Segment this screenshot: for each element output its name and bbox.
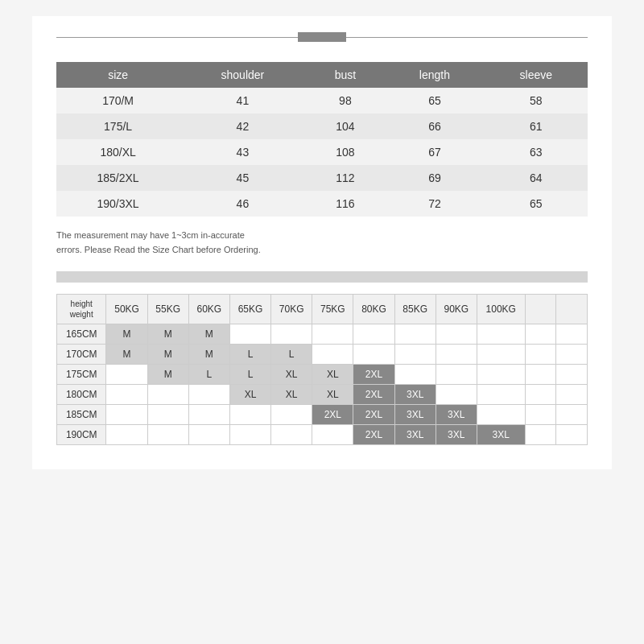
hw-table-row: 175CMMLLXLXL2XL [57,365,588,385]
title-line-right [346,37,588,38]
hw-data-cell [394,345,436,365]
size-table-cell: 41 [180,88,305,114]
size-table-header-cell: sleeve [485,62,588,88]
hw-height-cell: 190CM [57,425,106,445]
hw-data-cell [353,345,394,365]
hw-data-cell [147,405,188,425]
size-table-cell: 170/M [56,88,180,114]
hw-data-cell: M [188,345,229,365]
size-table-cell: 43 [180,139,305,165]
hw-data-cell: 2XL [353,425,394,445]
size-table-cell: 66 [385,114,484,139]
size-table-cell: 64 [485,165,588,191]
hw-data-cell: M [106,324,147,345]
size-table-header-row: sizeshoulderbustlengthsleeve [56,62,588,88]
title-line-left [56,37,298,38]
hw-data-cell [229,405,270,425]
hw-data-cell: M [147,365,188,385]
hw-data-cell: L [229,365,270,385]
hw-data-cell: XL [229,385,270,405]
hw-data-cell [477,365,525,385]
hw-height-cell: 170CM [57,345,106,365]
hw-data-cell [525,345,556,365]
hw-table-row: 170CMMMMLL [57,345,588,365]
hw-data-cell [229,425,270,445]
hw-table-header: heightweight50KG55KG60KG65KG70KG75KG80KG… [57,295,588,324]
size-table-cell: 72 [385,191,484,217]
hw-data-cell: 2XL [312,405,353,425]
hw-header-cell: 50KG [106,295,147,324]
hw-data-cell [556,345,588,365]
hw-header-cell: 85KG [394,295,436,324]
hw-data-cell [312,324,353,345]
size-table-cell: 46 [180,191,305,217]
hw-data-cell [556,365,588,385]
hw-height-cell: 175CM [57,365,106,385]
hw-height-cell: 180CM [57,385,106,405]
hw-table-row: 165CMMMM [57,324,588,345]
size-table-cell: 65 [485,191,588,217]
page-container: sizeshoulderbustlengthsleeve 170/M419865… [32,16,612,469]
size-table-row: 180/XL431086763 [56,139,588,165]
hw-height-cell: 165CM [57,324,106,345]
hw-data-cell [556,385,588,405]
hw-data-cell [312,345,353,365]
hw-table-row: 190CM2XL3XL3XL3XL [57,425,588,445]
hw-data-cell [271,324,312,345]
hw-data-cell [106,365,147,385]
size-table-cell: 116 [306,191,386,217]
hw-data-cell [353,324,394,345]
size-table-row: 175/L421046661 [56,114,588,139]
size-table-cell: 61 [485,114,588,139]
size-table-header-cell: length [385,62,484,88]
size-table-body: 170/M41986558175/L421046661180/XL4310867… [56,88,588,217]
size-table-cell: 104 [306,114,386,139]
size-table-cell: 98 [306,88,386,114]
hw-data-cell: XL [312,385,353,405]
hw-data-cell [106,425,147,445]
hw-data-cell [188,425,229,445]
hw-data-cell: 3XL [477,425,525,445]
size-table-header-cell: shoulder [180,62,305,88]
hw-data-cell: 2XL [353,405,394,425]
hw-header-cell: 70KG [271,295,312,324]
hw-data-cell [394,365,436,385]
hw-data-cell: L [229,345,270,365]
hw-data-cell: XL [312,365,353,385]
hw-data-cell [556,425,588,445]
hw-header-cell: 60KG [188,295,229,324]
hw-data-cell: 3XL [436,425,477,445]
hw-data-cell [525,324,556,345]
hw-data-cell [106,405,147,425]
size-table-cell: 108 [306,139,386,165]
hw-header-cell: heightweight [57,295,106,324]
hw-header-cell: 100KG [477,295,525,324]
hw-data-cell [147,385,188,405]
hw-data-cell [271,405,312,425]
hw-data-cell: 3XL [436,405,477,425]
hw-data-cell [147,425,188,445]
size-table-row: 170/M41986558 [56,88,588,114]
hw-data-cell [436,324,477,345]
size-table-cell: 65 [385,88,484,114]
hw-header-cell [525,295,556,324]
hw-data-cell: 2XL [353,385,394,405]
size-table-cell: 58 [485,88,588,114]
size-table-cell: 190/3XL [56,191,180,217]
hw-data-cell [525,405,556,425]
size-table-cell: 69 [385,165,484,191]
hw-header-cell: 75KG [312,295,353,324]
size-table-row: 190/3XL461167265 [56,191,588,217]
hw-header-row: heightweight50KG55KG60KG65KG70KG75KG80KG… [57,295,588,324]
size-table-cell: 45 [180,165,305,191]
hw-data-cell: 3XL [394,425,436,445]
hw-data-cell: L [188,365,229,385]
hw-data-cell: 2XL [353,365,394,385]
page-title [298,32,346,42]
hw-data-cell: XL [271,385,312,405]
hw-table-body: 165CMMMM170CMMMMLL175CMMLLXLXL2XL180CMXL… [57,324,588,445]
hw-data-cell: M [147,324,188,345]
hw-data-cell [477,385,525,405]
size-table-header: sizeshoulderbustlengthsleeve [56,62,588,88]
hw-data-cell [477,405,525,425]
